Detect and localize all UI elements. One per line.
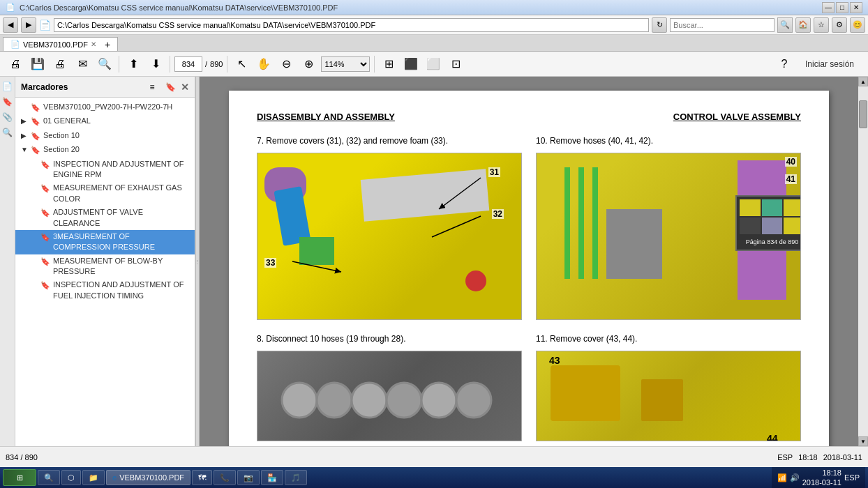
taskbar-phone[interactable]: 📞 bbox=[214, 470, 236, 485]
maximize-button[interactable]: □ bbox=[836, 2, 848, 13]
home-button[interactable]: 🏠 bbox=[795, 17, 811, 33]
svg-point-5 bbox=[352, 383, 387, 418]
taskbar-search[interactable]: 🔍 bbox=[38, 470, 60, 485]
taskbar-cortana[interactable]: ⬡ bbox=[61, 470, 81, 485]
taskbar-browser-label: VEBM370100.PDF bbox=[119, 473, 184, 482]
reload-button[interactable]: ↻ bbox=[652, 17, 667, 33]
bookmark-general: 🔖 bbox=[31, 116, 40, 127]
minimize-button[interactable]: — bbox=[822, 2, 835, 13]
taskbar-clock: 18:18 2018-03-11 bbox=[802, 468, 841, 488]
sidebar-item-section10[interactable]: ▶ 🔖 Section 10 bbox=[15, 129, 195, 143]
scroll-thumb[interactable] bbox=[859, 100, 867, 128]
sidebar-close-button[interactable]: ✕ bbox=[181, 82, 189, 93]
fullscreen-button[interactable]: ⊡ bbox=[446, 54, 465, 74]
thumb-grid bbox=[740, 199, 801, 234]
bookmark-measure-exhaust: 🔖 bbox=[40, 183, 50, 194]
search-input[interactable] bbox=[670, 18, 775, 32]
hand-button[interactable]: ✋ bbox=[254, 54, 274, 74]
sidebar-item-inspect-rpm[interactable]: 🔖 INSPECTION AND ADJUSTMENT OF ENGINE RP… bbox=[15, 158, 195, 182]
smiley-button[interactable]: 😊 bbox=[850, 17, 865, 33]
addressbar: ◀ ▶ 📄 ↻ 🔍 🏠 ☆ ⚙ 😊 bbox=[0, 15, 868, 35]
left-bookmarks-icon[interactable]: 🔖 bbox=[1, 95, 15, 109]
left-search-icon[interactable]: 🔍 bbox=[1, 125, 15, 139]
thumb-3 bbox=[784, 199, 801, 216]
sidebar-item-inspect-fuel[interactable]: 🔖 INSPECTION AND ADJUSTMENT OF FUEL INJE… bbox=[15, 278, 195, 303]
address-input[interactable] bbox=[54, 18, 649, 32]
sidebar-item-section20[interactable]: ▼ 🔖 Section 20 bbox=[15, 143, 195, 157]
toolbar-separator-4 bbox=[374, 56, 375, 73]
tray-lang: ESP bbox=[844, 473, 860, 482]
back-button[interactable]: ◀ bbox=[3, 17, 18, 33]
zoom-select[interactable]: 114% 100% 75% 50% bbox=[321, 56, 370, 72]
save-button[interactable]: 💾 bbox=[28, 54, 47, 74]
start-button[interactable]: ⊞ bbox=[3, 469, 36, 486]
sidebar-item-measure-blowby[interactable]: 🔖 MEASUREMENT OF BLOW-BY PRESSURE bbox=[15, 254, 195, 279]
sidebar-measure-blowby-label: MEASUREMENT OF BLOW-BY PRESSURE bbox=[53, 256, 189, 277]
taskbar-store[interactable]: 🏪 bbox=[261, 470, 283, 485]
taskbar-file-explorer[interactable]: 📁 bbox=[82, 470, 105, 485]
sidebar-item-measure-exhaust[interactable]: 🔖 MEASUREMENT OF EXHAUST GAS COLOR bbox=[15, 181, 195, 206]
gray-hoses-illustration bbox=[257, 351, 521, 441]
thumb-footer: Página 834 de 890 bbox=[740, 237, 801, 247]
print2-button[interactable]: 🖨 bbox=[50, 54, 70, 74]
hose-svg bbox=[257, 351, 521, 441]
left-attach-icon[interactable]: 📎 bbox=[1, 110, 15, 124]
signin-button[interactable]: Iniciar sesión bbox=[797, 56, 862, 72]
zoom-in-button[interactable]: ⊕ bbox=[299, 54, 318, 74]
taskbar-music[interactable]: 🎵 bbox=[285, 470, 307, 485]
sidebar-icon-btn-2[interactable]: 🔖 bbox=[163, 79, 178, 95]
gray-panel bbox=[361, 169, 490, 221]
pdf-scrollbar[interactable]: ▲ ▼ bbox=[858, 77, 868, 446]
zoom-out-button[interactable]: ⊖ bbox=[276, 54, 296, 74]
sidebar-icon-btn-1[interactable]: ≡ bbox=[144, 79, 160, 95]
email-button[interactable]: ✉ bbox=[73, 54, 92, 74]
sidebar-inspect-rpm-label: INSPECTION AND ADJUSTMENT OF ENGINE RPM bbox=[53, 159, 189, 181]
page-number-input[interactable] bbox=[174, 56, 202, 72]
fit-page-button[interactable]: ⊞ bbox=[379, 54, 398, 74]
tab-vebm[interactable]: 📄 VEBM370100.PDF ✕ + bbox=[3, 37, 118, 51]
help-button[interactable]: ? bbox=[775, 54, 794, 74]
left-pages-icon[interactable]: 📄 bbox=[1, 79, 15, 93]
page-separator: / bbox=[205, 60, 207, 68]
taskbar-maps[interactable]: 🗺 bbox=[192, 470, 212, 485]
tab-new[interactable]: + bbox=[105, 39, 110, 50]
sidebar-item-adjust-valve[interactable]: 🔖 ADJUSTMENT OF VALVE CLEARANCE bbox=[15, 206, 195, 230]
sidebar-inspect-fuel-label: INSPECTION AND ADJUSTMENT OF FUEL INJECT… bbox=[53, 280, 189, 301]
sidebar-item-measure-compress[interactable]: 🔖 3MEASUREMENT OF COMPRESSION PRESSURE bbox=[15, 230, 195, 254]
pdf-header-left: DISASSEMBLY AND ASSEMBLY bbox=[257, 112, 395, 122]
find-button[interactable]: 🔍 bbox=[95, 54, 114, 74]
forward-button[interactable]: ▶ bbox=[21, 17, 36, 33]
pdf-image-3 bbox=[257, 351, 522, 441]
bookmark-icon: 🔖 bbox=[31, 102, 40, 113]
print-button[interactable]: 🖨 bbox=[6, 54, 25, 74]
scroll-up-btn[interactable]: ▲ bbox=[858, 77, 868, 86]
scroll-down-btn[interactable]: ▼ bbox=[858, 436, 868, 446]
pdf-viewer[interactable]: DISASSEMBLY AND ASSEMBLY CONTROL VALVE A… bbox=[200, 77, 858, 446]
taskbar-camera[interactable]: 📷 bbox=[237, 470, 260, 485]
scroll-down-button[interactable]: ⬇ bbox=[146, 54, 165, 74]
tab-close-button[interactable]: ✕ bbox=[91, 40, 96, 48]
cursor-button[interactable]: ↖ bbox=[232, 54, 251, 74]
favorites-button[interactable]: ☆ bbox=[814, 17, 829, 33]
toolbar-separator-3 bbox=[227, 56, 227, 73]
sidebar-item-vebm[interactable]: 🔖 VEBM370100_PW200-7H-PW220-7H bbox=[15, 100, 195, 114]
sidebar-item-general[interactable]: ▶ 🔖 01 GENERAL bbox=[15, 114, 195, 128]
toggle-section10: ▶ bbox=[21, 131, 31, 141]
taskbar-browser[interactable]: e VEBM370100.PDF bbox=[106, 470, 190, 485]
taskbar-browser-icon: e bbox=[112, 473, 117, 482]
pdf-page: DISASSEMBLY AND ASSEMBLY CONTROL VALVE A… bbox=[229, 91, 829, 446]
bookmark-measure-blowby: 🔖 bbox=[40, 257, 50, 267]
close-window-button[interactable]: ✕ bbox=[850, 2, 862, 13]
pdf-header-right: CONTROL VALVE ASSEMBLY bbox=[673, 112, 801, 122]
toggle-general: ▶ bbox=[21, 116, 31, 126]
scroll-up-button[interactable]: ⬆ bbox=[124, 54, 143, 74]
svg-point-4 bbox=[317, 383, 352, 418]
settings-icon[interactable]: ⚙ bbox=[832, 17, 847, 33]
rotate-button[interactable]: ⬜ bbox=[424, 54, 443, 74]
pdf-images-row-1: 31 32 33 bbox=[257, 153, 801, 320]
instruction-3: 8. Disconnect 10 hoses (19 through 28). bbox=[257, 334, 522, 344]
thumb-2 bbox=[762, 199, 783, 216]
search-button[interactable]: 🔍 bbox=[777, 17, 793, 33]
fit-width-button[interactable]: ⬛ bbox=[401, 54, 421, 74]
scroll-track[interactable] bbox=[858, 86, 868, 436]
